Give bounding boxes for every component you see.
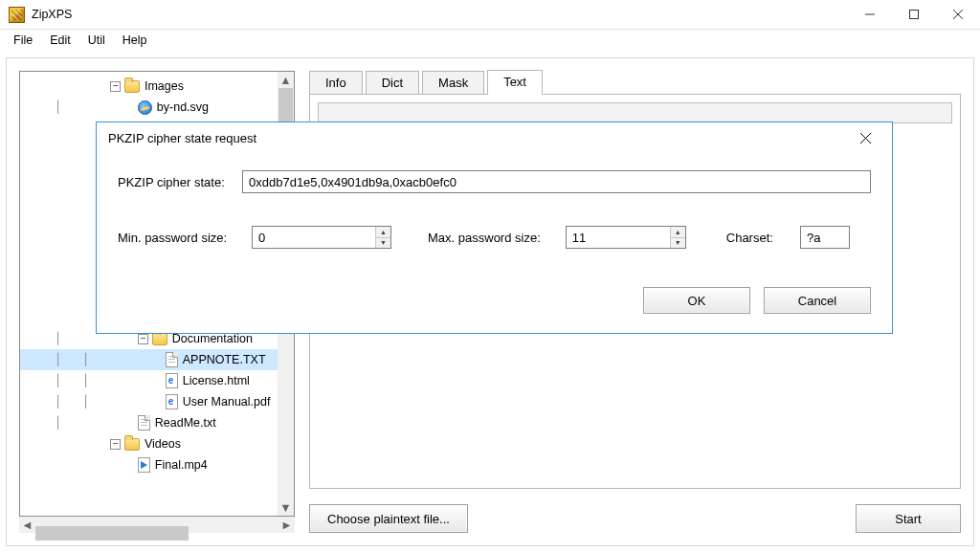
html-file-icon xyxy=(166,373,178,388)
folder-icon xyxy=(124,80,140,93)
min-password-input[interactable] xyxy=(253,227,375,248)
tree-item-label: Videos xyxy=(145,437,181,451)
tree-hscrollbar[interactable]: ◄ ► xyxy=(19,517,295,533)
tree-item-label: User Manual.pdf xyxy=(183,395,271,408)
tree-row[interactable]: Final.mp4 xyxy=(20,454,278,475)
min-password-spinner[interactable]: ▲▼ xyxy=(252,226,391,249)
collapse-icon[interactable]: − xyxy=(110,81,121,92)
titlebar: ZipXPS xyxy=(0,0,980,30)
charset-input[interactable] xyxy=(800,226,850,249)
maximize-button[interactable] xyxy=(892,0,936,30)
video-file-icon xyxy=(138,457,150,473)
dialog-ok-button[interactable]: OK xyxy=(643,287,750,314)
menu-util[interactable]: Util xyxy=(80,33,113,48)
start-button[interactable]: Start xyxy=(856,504,961,533)
spin-up-icon[interactable]: ▲ xyxy=(376,227,390,238)
tree-item-label: APPNOTE.TXT xyxy=(183,353,266,366)
tab-dict[interactable]: Dict xyxy=(366,71,419,95)
dialog-cancel-button[interactable]: Cancel xyxy=(764,287,871,314)
folder-icon xyxy=(124,438,140,451)
min-password-label: Min. password size: xyxy=(118,231,242,245)
tree-item-label: ReadMe.txt xyxy=(155,416,216,430)
close-button[interactable] xyxy=(936,0,980,30)
app-icon xyxy=(9,7,25,23)
text-file-icon xyxy=(166,352,178,367)
scroll-thumb-h[interactable] xyxy=(35,526,189,541)
tree-item-label: by-nd.svg xyxy=(157,100,209,114)
folder-icon xyxy=(152,333,167,345)
text-file-icon xyxy=(138,415,150,431)
max-password-spinner[interactable]: ▲▼ xyxy=(566,226,686,249)
tab-strip: Info Dict Mask Text xyxy=(309,71,961,95)
cipher-state-input[interactable] xyxy=(242,170,871,193)
dialog-title: PKZIP cipher state request xyxy=(108,131,256,145)
tab-mask[interactable]: Mask xyxy=(422,71,484,95)
scroll-left-icon[interactable]: ◄ xyxy=(19,517,35,533)
scroll-up-icon[interactable]: ▲ xyxy=(278,72,294,88)
menubar: File Edit Util Help xyxy=(0,30,980,50)
dialog-close-button[interactable] xyxy=(850,122,880,153)
tab-text[interactable]: Text xyxy=(487,70,543,95)
tab-content-bar xyxy=(318,102,952,123)
tree-row[interactable]: │ │ APPNOTE.TXT xyxy=(20,349,278,370)
tree-item-label: Final.mp4 xyxy=(155,458,208,472)
tree-item-label: Documentation xyxy=(172,332,253,345)
spin-down-icon[interactable]: ▼ xyxy=(671,238,685,249)
dialog-titlebar: PKZIP cipher state request xyxy=(97,122,892,153)
max-password-label: Max. password size: xyxy=(428,231,541,245)
menu-edit[interactable]: Edit xyxy=(42,33,78,48)
collapse-icon[interactable]: − xyxy=(110,439,121,450)
collapse-icon[interactable]: − xyxy=(138,334,148,344)
menu-help[interactable]: Help xyxy=(115,33,155,48)
max-password-input[interactable] xyxy=(567,227,670,248)
tree-row[interactable]: −Videos xyxy=(20,433,278,454)
minimize-button[interactable] xyxy=(848,0,892,30)
tree-item-label: License.html xyxy=(183,374,250,387)
choose-plaintext-button[interactable]: Choose plaintext file... xyxy=(309,504,468,533)
spin-up-icon[interactable]: ▲ xyxy=(671,227,685,238)
cipher-dialog: PKZIP cipher state request PKZIP cipher … xyxy=(96,121,893,334)
svg-rect-1 xyxy=(910,11,919,19)
window-title: ZipXPS xyxy=(32,8,72,21)
tree-row[interactable]: │ ReadMe.txt xyxy=(20,412,278,433)
tree-row[interactable]: │ by-nd.svg xyxy=(20,97,278,118)
tree-item-label: Images xyxy=(145,79,184,93)
tree-row[interactable]: │ │ User Manual.pdf xyxy=(20,391,278,412)
spin-down-icon[interactable]: ▼ xyxy=(376,238,390,249)
tree-row[interactable]: −Images xyxy=(20,76,278,97)
menu-file[interactable]: File xyxy=(6,33,40,48)
tab-info[interactable]: Info xyxy=(309,71,363,95)
html-file-icon xyxy=(166,394,178,409)
scroll-down-icon[interactable]: ▼ xyxy=(278,499,294,516)
tree-row[interactable]: │ │ License.html xyxy=(20,370,278,391)
charset-label: Charset: xyxy=(726,231,773,245)
browser-icon xyxy=(138,100,152,115)
cipher-state-label: PKZIP cipher state: xyxy=(118,175,242,189)
scroll-right-icon[interactable]: ► xyxy=(278,517,295,533)
